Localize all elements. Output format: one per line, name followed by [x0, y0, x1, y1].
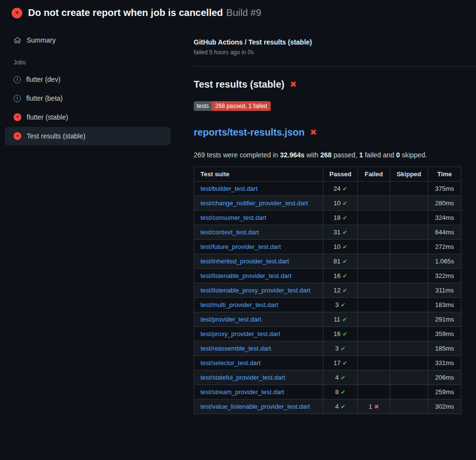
test-suite-link[interactable]: test/provider_test.dart: [200, 316, 261, 323]
col-passed: Passed: [323, 167, 358, 182]
passed-cell: 3✔: [323, 341, 358, 356]
passed-cell: 4✔: [323, 370, 358, 385]
summary-segment: 1: [359, 151, 363, 159]
test-suite-link[interactable]: test/stream_provider_test.dart: [200, 388, 284, 396]
check-icon: ✔: [342, 331, 347, 337]
time-cell: 311ms: [428, 283, 461, 298]
test-suite-link[interactable]: test/listenable_proxy_provider_test.dart: [200, 287, 310, 294]
time-cell: 302ms: [428, 399, 461, 414]
failed-cell: [358, 312, 390, 327]
failed-cell: [358, 298, 390, 312]
failed-cell: [358, 370, 390, 385]
check-icon: ✔: [342, 229, 347, 236]
suite-cell: test/change_notifier_provider_test.dart: [194, 196, 323, 211]
time-cell: 375ms: [428, 182, 461, 196]
test-suite-link[interactable]: test/future_provider_test.dart: [200, 243, 281, 250]
suite-cell: test/inherited_provider_test.dart: [194, 254, 323, 269]
table-row: test/multi_provider_test.dart3✔183ms: [194, 298, 461, 312]
test-suite-link[interactable]: test/selector_test.dart: [200, 359, 261, 367]
summary-segment: with: [305, 151, 321, 159]
badge-value: 268 passed, 1 failed: [212, 101, 270, 111]
sidebar-item-flutter-stable[interactable]: ✕ flutter (stable): [5, 108, 170, 126]
count-value: 3: [335, 345, 338, 352]
skipped-cell: [390, 341, 428, 356]
sidebar-item-flutter-beta[interactable]: ! flutter (beta): [5, 89, 170, 107]
suite-cell: test/proxy_provider_test.dart: [194, 327, 323, 341]
count-value: 16: [334, 272, 340, 279]
test-suite-link[interactable]: test/proxy_provider_test.dart: [200, 330, 280, 337]
skipped-cell: [390, 356, 428, 370]
suite-cell: test/multi_provider_test.dart: [194, 298, 323, 312]
test-suite-link[interactable]: test/multi_provider_test.dart: [200, 301, 278, 308]
main-content: GitHub Actions / Test results (stable) f…: [184, 24, 476, 414]
table-row: test/stateful_provider_test.dart4✔206ms: [194, 370, 461, 385]
table-row: test/provider_test.dart11✔291ms: [194, 312, 461, 327]
suite-cell: test/reassemble_test.dart: [194, 341, 323, 356]
sidebar-item-summary[interactable]: Summary: [5, 31, 170, 49]
test-suite-link[interactable]: test/context_test.dart: [200, 229, 259, 236]
failed-cell: [358, 269, 390, 283]
skipped-cell: [390, 240, 428, 254]
check-icon: ✔: [342, 185, 347, 192]
section-title-text: Test results (stable): [194, 79, 284, 90]
check-run-page: ✕ Do not create report when job is cance…: [0, 0, 476, 414]
skipped-cell: [390, 211, 428, 225]
job-label: flutter (beta): [26, 94, 62, 102]
summary-segment: 0: [396, 151, 400, 159]
time-cell: 324ms: [428, 211, 461, 225]
x-icon: ✖: [374, 403, 379, 410]
suite-cell: test/value_listenable_provider_test.dart: [194, 399, 323, 414]
count-value: 1: [369, 403, 372, 410]
time-cell: 644ms: [428, 225, 461, 240]
test-suite-link[interactable]: test/stateful_provider_test.dart: [200, 374, 285, 381]
skipped-cell: [390, 196, 428, 211]
test-suite-link[interactable]: test/consumer_test.dart: [200, 214, 266, 221]
test-results-table-body: test/builder_test.dart24✔375mstest/chang…: [194, 182, 461, 414]
status-line: failed 5 hours ago in 0s: [194, 49, 476, 56]
check-icon: ✔: [341, 389, 346, 396]
skipped-cell: [390, 312, 428, 327]
test-suite-link[interactable]: test/change_notifier_provider_test.dart: [200, 199, 308, 207]
table-row: test/consumer_test.dart18✔324ms: [194, 211, 461, 225]
count-value: 81: [334, 258, 340, 265]
summary-segment: passed,: [332, 151, 359, 159]
skipped-cell: [390, 370, 428, 385]
test-suite-link[interactable]: test/value_listenable_provider_test.dart: [200, 403, 310, 410]
test-suite-link[interactable]: test/builder_test.dart: [200, 185, 258, 192]
job-label: Test results (stable): [27, 132, 85, 140]
test-suite-link[interactable]: test/listenable_provider_test.dart: [200, 272, 292, 279]
count-value: 3: [335, 301, 338, 308]
suite-cell: test/listenable_provider_test.dart: [194, 269, 323, 283]
page-header: ✕ Do not create report when job is cance…: [0, 0, 476, 24]
check-icon: ✔: [342, 244, 347, 250]
passed-cell: 81✔: [323, 254, 358, 269]
check-icon: ✔: [342, 215, 347, 221]
time-cell: 291ms: [428, 312, 461, 327]
sidebar-item-flutter-dev[interactable]: ! flutter (dev): [5, 70, 170, 89]
suite-cell: test/builder_test.dart: [194, 182, 323, 196]
table-row: test/builder_test.dart24✔375ms: [194, 182, 461, 196]
job-label: flutter (dev): [26, 76, 61, 83]
build-number: Build #9: [226, 7, 261, 18]
skipped-cell: [390, 269, 428, 283]
badge-label: tests: [194, 101, 212, 111]
report-file-link[interactable]: reports/test-results.json: [194, 127, 305, 138]
check-icon: ✔: [341, 403, 346, 410]
table-row: test/inherited_provider_test.dart81✔1.06…: [194, 254, 461, 269]
test-suite-link[interactable]: test/inherited_provider_test.dart: [200, 258, 289, 265]
tests-badge: tests 268 passed, 1 failed: [194, 101, 271, 111]
count-value: 4: [335, 374, 338, 381]
test-suite-link[interactable]: test/reassemble_test.dart: [200, 345, 271, 352]
count-value: 10: [334, 243, 340, 250]
count-value: 24: [334, 185, 340, 192]
passed-cell: 12✔: [323, 283, 358, 298]
sidebar-item-test-results-stable[interactable]: ✕ Test results (stable): [5, 127, 170, 145]
failed-cell: [358, 254, 390, 269]
suite-cell: test/future_provider_test.dart: [194, 240, 323, 254]
col-test-suite: Test suite: [194, 167, 323, 182]
count-value: 17: [334, 359, 340, 367]
time-cell: 322ms: [428, 269, 461, 283]
count-value: 4: [335, 403, 338, 410]
summary-segment: 269 tests were completed in: [194, 151, 280, 159]
section-title: Test results (stable) ✖: [194, 79, 476, 90]
